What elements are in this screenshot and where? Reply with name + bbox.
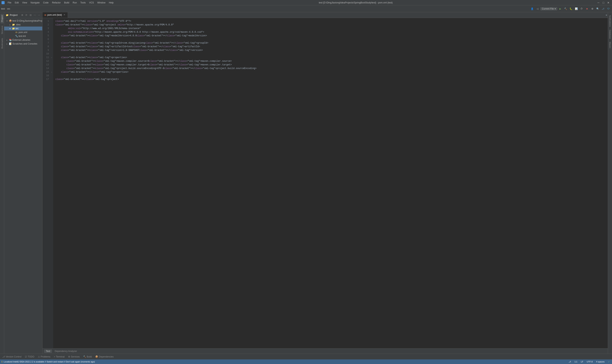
tree-item-scratches-and-consoles[interactable]: ▸📝Scratches and Consoles bbox=[4, 42, 42, 46]
bottom-tab-icon: 🔨 bbox=[83, 355, 86, 358]
line-number: 12 bbox=[42, 59, 49, 63]
status-cursor[interactable]: 1:1 bbox=[574, 361, 578, 363]
profile-run-button[interactable]: ⏱ bbox=[579, 6, 584, 11]
run-button[interactable]: ▶ bbox=[558, 6, 563, 11]
bottom-tab-services[interactable]: ⚙Services bbox=[67, 355, 81, 358]
breadcrumb-src[interactable]: src bbox=[7, 7, 10, 10]
menu-item-edit[interactable]: Edit bbox=[13, 1, 20, 4]
line-number: 4 bbox=[42, 30, 49, 34]
tree-arrow-icon: ▾ bbox=[6, 20, 8, 22]
bottom-tab-problems[interactable]: ⚠Problems bbox=[36, 355, 52, 358]
sidebar-gear-icon[interactable]: ⋯ bbox=[33, 13, 37, 17]
code-content[interactable]: class="xml-decl"><?xml version="1.0" enc… bbox=[53, 18, 608, 348]
menu-item-code[interactable]: Code bbox=[41, 1, 50, 4]
maximize-button[interactable]: □ bbox=[601, 0, 606, 5]
profile-button[interactable]: 👤 bbox=[530, 6, 534, 11]
bottom-editor-tab-text[interactable]: Text bbox=[44, 350, 52, 353]
git-icon[interactable]: ⎇ bbox=[600, 6, 606, 11]
menu-item-run[interactable]: Run bbox=[71, 1, 79, 4]
sidebar-collapse-icon[interactable]: ⊟ bbox=[29, 13, 32, 17]
menu-item-refactor[interactable]: Refactor bbox=[51, 1, 62, 4]
tree-item-src[interactable]: ▾📁src bbox=[4, 26, 42, 30]
tab-bar-extra-menu[interactable]: ≡ bbox=[606, 14, 608, 16]
tree-item--idea[interactable]: ▸📁.idea bbox=[4, 23, 42, 26]
bookmarks-vtab[interactable]: Bookmarks bbox=[0, 37, 4, 50]
fold-marker[interactable]: ▾ bbox=[50, 56, 53, 59]
status-git[interactable]: ⎇ bbox=[568, 361, 572, 363]
menu-item-vcs[interactable]: VCS bbox=[88, 1, 95, 4]
menu-item-navigate[interactable]: Navigate bbox=[29, 1, 41, 4]
sidebar-settings-icon[interactable]: ⚙ bbox=[20, 13, 24, 17]
right-panel-tab-database[interactable]: Database bbox=[609, 28, 612, 40]
menu-item-view[interactable]: View bbox=[21, 1, 29, 4]
project-vtab[interactable]: Project bbox=[0, 14, 4, 23]
code-line: class="xml-bracket"><class="xml-tag">mod… bbox=[55, 34, 606, 38]
menu-item-build[interactable]: Build bbox=[63, 1, 71, 4]
tab-close-button[interactable]: ✕ bbox=[63, 13, 66, 16]
tree-item-pom-xml[interactable]: mpom.xml bbox=[4, 30, 42, 34]
sidebar-header: 📁 Project ⚙ ⟳ ⊟ ⋯ − bbox=[4, 12, 42, 18]
menu-item-window[interactable]: Window bbox=[96, 1, 107, 4]
tree-item-label: .idea bbox=[15, 23, 20, 26]
line-number: 10 bbox=[42, 52, 49, 56]
line-number: 15 bbox=[42, 70, 49, 74]
tree-item-test[interactable]: ▾📦test D:\DingJiaxiong\IdeaProjects\Spri… bbox=[4, 19, 42, 23]
tree-file-icon: 📁 bbox=[12, 23, 15, 26]
settings-button[interactable]: ⚙ bbox=[590, 6, 595, 11]
bottom-editor-tab-dependency-analyzer[interactable]: Dependency Analyzer bbox=[53, 350, 79, 353]
bottom-tab-label: Build bbox=[87, 355, 92, 358]
bottom-tab-version-control[interactable]: ⎇Version Control bbox=[1, 355, 23, 358]
code-line: xmlns:xsi="http://www.w3.org/2001/XMLSch… bbox=[55, 27, 606, 30]
tree-item-label: Scratches and Consoles bbox=[13, 42, 37, 45]
fold-marker bbox=[50, 20, 53, 23]
stop-button[interactable]: ■ bbox=[585, 6, 589, 11]
code-editor[interactable]: 1234567891011121314151617 ▾▾ class="xml-… bbox=[42, 18, 608, 348]
navigate-back-button[interactable]: ◁ bbox=[535, 6, 540, 11]
tree-item-test-iml[interactable]: 🔧test.iml bbox=[4, 34, 42, 38]
dropdown-arrow-icon: ▾ bbox=[555, 7, 556, 10]
menu-item-tools[interactable]: Tools bbox=[79, 1, 87, 4]
title-bar: FileEditViewNavigateCodeRefactorBuildRun… bbox=[0, 0, 612, 5]
ide-settings-button[interactable]: 🛡 bbox=[606, 6, 611, 11]
tree-file-icon: 🔧 bbox=[15, 35, 18, 38]
toolbar-right-icons: 👤 ◁ Current File ▾ ▶ 🔨 🐛 📊 ⏱ ■ ⚙ 🔍 ⎇ 🛡 bbox=[530, 6, 611, 11]
fold-marker[interactable]: ▾ bbox=[50, 70, 53, 74]
status-linesep[interactable]: LF bbox=[580, 361, 584, 363]
status-encoding[interactable]: UTF-8 bbox=[586, 361, 593, 363]
debug-button[interactable]: 🐛 bbox=[568, 6, 573, 11]
fold-marker bbox=[50, 49, 53, 52]
right-panel-tab-maven[interactable]: Maven bbox=[609, 40, 612, 50]
coverage-button[interactable]: 📊 bbox=[574, 6, 579, 11]
bottom-tab-label: TODO bbox=[28, 355, 34, 358]
editor-tab-pom[interactable]: m pom.xml (test) ✕ bbox=[42, 12, 68, 18]
line-number: 11 bbox=[42, 56, 49, 59]
bottom-tab-terminal[interactable]: >Terminal bbox=[52, 355, 66, 358]
close-button[interactable]: ✕ bbox=[606, 0, 611, 5]
status-notification-text[interactable]: Localized IntelliJ IDEA 2022.2.2 is avai… bbox=[4, 361, 95, 363]
current-file-label: Current File bbox=[542, 7, 554, 10]
tree-item-external-libraries[interactable]: ▸📚External Libraries bbox=[4, 38, 42, 42]
menu-item-help[interactable]: Help bbox=[107, 1, 115, 4]
bottom-tab-todo[interactable]: ☑TODO bbox=[23, 355, 36, 358]
tree-file-icon: m bbox=[15, 31, 18, 34]
breadcrumb-sep1: › bbox=[6, 7, 6, 10]
status-ready[interactable]: ✓ bbox=[607, 361, 611, 363]
menu-item-file[interactable]: File bbox=[6, 1, 13, 4]
structure-vtab[interactable]: Structure bbox=[0, 24, 4, 36]
bottom-tab-build[interactable]: 🔨Build bbox=[82, 355, 93, 358]
fold-gutter: ▾▾ bbox=[50, 18, 53, 348]
bottom-tab-dependencies[interactable]: 📦Dependencies bbox=[94, 355, 115, 358]
run-config-selector[interactable]: Current File ▾ bbox=[540, 7, 557, 11]
right-panel-tab-notifications[interactable]: Notifications bbox=[609, 14, 612, 28]
fold-marker bbox=[50, 78, 53, 81]
build-button[interactable]: 🔨 bbox=[563, 6, 568, 11]
sidebar-scroll-icon[interactable]: ⟳ bbox=[25, 13, 28, 17]
breadcrumb-project[interactable]: test bbox=[1, 7, 5, 10]
status-indent[interactable]: 4 spaces bbox=[595, 361, 605, 363]
search-everywhere-button[interactable]: 🔍 bbox=[595, 6, 600, 11]
line-number: 13 bbox=[42, 63, 49, 67]
minimize-button[interactable]: ─ bbox=[596, 0, 600, 5]
code-line: class="xml-bracket"><class="xml-tag">ver… bbox=[55, 49, 606, 52]
sidebar-minimize-icon[interactable]: − bbox=[37, 13, 41, 17]
bottom-tab-icon: 📦 bbox=[95, 355, 98, 358]
